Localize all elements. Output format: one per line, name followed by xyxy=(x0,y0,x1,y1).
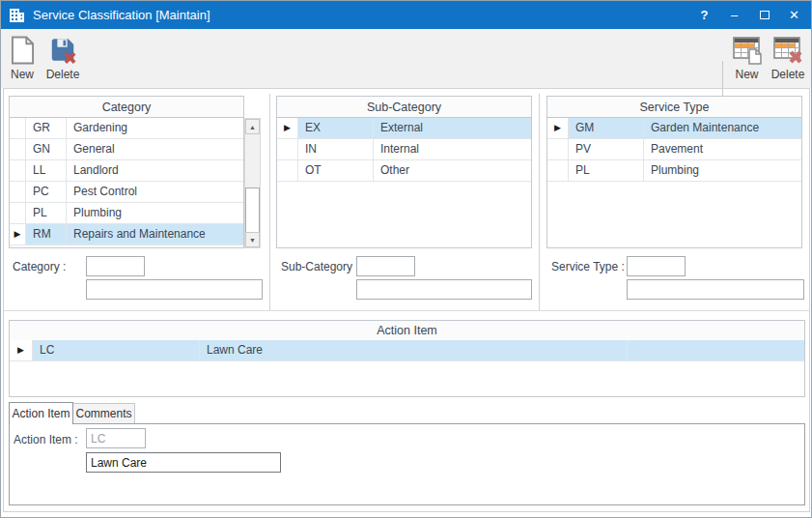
servicetype-grid[interactable]: ▶GMGarden MaintenancePVPavementPLPlumbin… xyxy=(546,118,802,248)
row-extra-cell[interactable] xyxy=(628,340,804,360)
row-description-cell[interactable]: External xyxy=(374,118,531,138)
row-description-cell[interactable]: Internal xyxy=(374,139,531,159)
row-selector-marker-icon[interactable]: ▶ xyxy=(547,118,569,138)
subcategory-grid-header[interactable]: Sub-Category xyxy=(276,96,532,118)
servicetype-label: Service Type : xyxy=(551,260,625,273)
delete-floppy-icon xyxy=(48,32,77,65)
subcategory-desc-input[interactable] xyxy=(356,279,532,300)
new-page-icon xyxy=(11,32,35,65)
row-description-cell[interactable]: Pavement xyxy=(644,139,801,159)
new-action-item-button[interactable]: New xyxy=(728,32,766,86)
grid-row[interactable]: ▶EXExternal xyxy=(277,118,531,139)
row-description-cell[interactable]: Other xyxy=(374,160,531,181)
scroll-up-icon[interactable]: ▲ xyxy=(245,119,260,134)
row-code-cell[interactable]: GM xyxy=(569,118,644,138)
app-icon xyxy=(9,8,25,23)
row-description-cell[interactable]: Garden Maintenance xyxy=(644,118,801,138)
close-button[interactable]: ✕ xyxy=(779,1,809,29)
grid-row[interactable]: ▶RMRepairs and Maintenance xyxy=(10,224,243,245)
category-code-input[interactable] xyxy=(86,256,145,276)
action-item-desc-input[interactable] xyxy=(86,452,281,473)
row-code-cell[interactable]: GN xyxy=(26,139,67,159)
row-code-cell[interactable]: PL xyxy=(26,203,67,223)
toolbar: New Delete xyxy=(1,29,811,88)
row-selector-marker-icon[interactable]: ▶ xyxy=(10,224,26,245)
servicetype-desc-input[interactable] xyxy=(627,279,804,300)
row-selector-cell[interactable] xyxy=(277,160,298,181)
grid-row[interactable]: PCPest Control xyxy=(10,182,243,203)
panel-separator xyxy=(269,94,270,310)
category-grid-header[interactable]: Category xyxy=(9,96,244,118)
row-description-cell[interactable]: Lawn Care xyxy=(200,340,628,360)
row-code-cell[interactable]: OT xyxy=(298,160,374,181)
subcategory-grid[interactable]: ▶EXExternalINInternalOTOther xyxy=(276,118,532,248)
grid-row[interactable]: OTOther xyxy=(277,160,531,182)
grid-row[interactable]: PVPavement xyxy=(547,139,801,160)
row-code-cell[interactable]: LL xyxy=(26,160,67,181)
row-selector-marker-icon[interactable]: ▶ xyxy=(10,340,33,360)
row-description-cell[interactable]: Landlord xyxy=(67,160,243,181)
tab-action-item[interactable]: Action Item xyxy=(9,402,73,424)
maximize-icon xyxy=(760,11,770,19)
grid-row[interactable]: PLPlumbing xyxy=(547,160,801,182)
row-description-cell[interactable]: Plumbing xyxy=(67,203,243,223)
grid-row[interactable]: GRGardening xyxy=(10,118,243,139)
section-separator xyxy=(4,310,809,311)
scrollbar-thumb[interactable] xyxy=(245,187,260,233)
app-window: Service Classification [Maintain] ? – ✕ … xyxy=(0,0,812,518)
delete-table-icon xyxy=(773,32,802,65)
row-selector-marker-icon[interactable]: ▶ xyxy=(277,118,298,138)
row-selector-cell[interactable] xyxy=(10,182,26,202)
subcategory-code-input[interactable] xyxy=(356,256,415,276)
new-action-item-label: New xyxy=(735,68,758,81)
action-item-grid-header[interactable]: Action Item xyxy=(9,320,805,341)
row-selector-cell[interactable] xyxy=(547,160,569,181)
scroll-down-icon[interactable]: ▼ xyxy=(245,232,260,247)
action-item-code-input[interactable] xyxy=(86,428,146,448)
row-description-cell[interactable]: Pest Control xyxy=(67,182,243,202)
delete-action-item-label: Delete xyxy=(771,68,805,81)
row-selector-cell[interactable] xyxy=(10,139,26,159)
category-grid[interactable]: GRGardeningGNGeneralLLLandlordPCPest Con… xyxy=(9,118,244,248)
grid-row[interactable]: GNGeneral xyxy=(10,139,243,160)
new-table-icon xyxy=(733,32,762,65)
delete-action-item-button[interactable]: Delete xyxy=(767,32,809,86)
row-code-cell[interactable]: GR xyxy=(26,118,67,138)
row-description-cell[interactable]: Gardening xyxy=(67,118,243,138)
tab-comments[interactable]: Comments xyxy=(73,403,135,423)
row-code-cell[interactable]: PV xyxy=(569,139,644,159)
row-selector-cell[interactable] xyxy=(10,118,26,138)
help-button[interactable]: ? xyxy=(689,1,719,29)
servicetype-grid-header[interactable]: Service Type xyxy=(546,96,802,118)
row-description-cell[interactable]: Plumbing xyxy=(644,160,801,181)
row-description-cell[interactable]: Repairs and Maintenance xyxy=(67,224,243,245)
row-description-cell[interactable]: General xyxy=(67,139,243,159)
row-code-cell[interactable]: IN xyxy=(298,139,374,159)
maximize-button[interactable] xyxy=(749,1,779,29)
row-code-cell[interactable]: RM xyxy=(26,224,67,245)
grid-row[interactable]: LLLandlord xyxy=(10,160,243,182)
row-code-cell[interactable]: EX xyxy=(298,118,374,138)
category-desc-input[interactable] xyxy=(86,279,263,300)
row-code-cell[interactable]: PL xyxy=(569,160,644,181)
row-selector-cell[interactable] xyxy=(10,160,26,181)
delete-record-label: Delete xyxy=(46,68,80,81)
action-item-grid[interactable]: ▶LCLawn Care xyxy=(9,340,805,397)
grid-row[interactable]: PLPlumbing xyxy=(10,203,243,224)
row-code-cell[interactable]: LC xyxy=(33,340,200,360)
grid-row[interactable]: INInternal xyxy=(277,139,531,160)
row-selector-cell[interactable] xyxy=(547,139,569,159)
minimize-button[interactable]: – xyxy=(719,1,749,29)
delete-record-button[interactable]: Delete xyxy=(42,32,84,86)
row-selector-cell[interactable] xyxy=(277,139,298,159)
category-scrollbar[interactable]: ▲ ▼ xyxy=(244,118,261,248)
panel-separator xyxy=(539,94,540,310)
new-record-button[interactable]: New xyxy=(5,32,40,86)
grid-row[interactable]: ▶GMGarden Maintenance xyxy=(547,118,801,139)
row-code-cell[interactable]: PC xyxy=(26,182,67,202)
row-selector-cell[interactable] xyxy=(10,203,26,223)
grid-row[interactable]: ▶LCLawn Care xyxy=(10,340,804,361)
new-record-label: New xyxy=(11,68,34,81)
window-title: Service Classification [Maintain] xyxy=(33,8,689,22)
servicetype-code-input[interactable] xyxy=(627,256,686,276)
